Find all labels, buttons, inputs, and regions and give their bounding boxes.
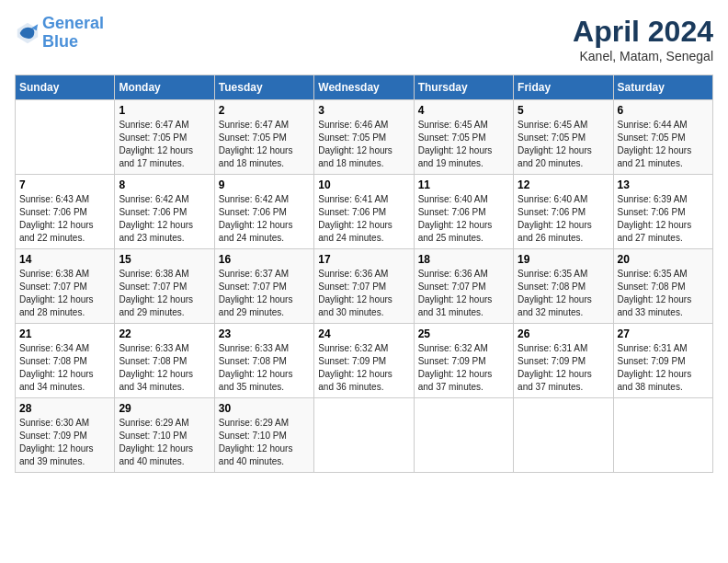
day-info: Sunrise: 6:45 AMSunset: 7:05 PMDaylight:… [418,119,509,170]
calendar-cell: 21Sunrise: 6:34 AMSunset: 7:08 PMDayligh… [16,324,115,398]
calendar-week-4: 21Sunrise: 6:34 AMSunset: 7:08 PMDayligh… [16,324,713,398]
day-info: Sunrise: 6:41 AMSunset: 7:06 PMDaylight:… [318,193,409,245]
calendar-cell: 4Sunrise: 6:45 AMSunset: 7:05 PMDaylight… [414,100,513,175]
col-header-monday: Monday [115,75,214,100]
calendar-cell: 24Sunrise: 6:32 AMSunset: 7:09 PMDayligh… [314,324,414,398]
title-block: April 2024 Kanel, Matam, Senegal [573,15,713,63]
day-info: Sunrise: 6:32 AMSunset: 7:09 PMDaylight:… [418,342,509,394]
calendar-cell: 14Sunrise: 6:38 AMSunset: 7:07 PMDayligh… [16,249,115,324]
day-number: 16 [219,253,310,266]
day-info: Sunrise: 6:32 AMSunset: 7:09 PMDaylight:… [318,342,409,394]
day-number: 15 [119,253,210,266]
day-number: 30 [219,402,310,415]
day-number: 1 [119,104,210,117]
day-info: Sunrise: 6:33 AMSunset: 7:08 PMDaylight:… [219,342,310,394]
day-info: Sunrise: 6:34 AMSunset: 7:08 PMDaylight:… [19,342,110,394]
calendar-cell: 18Sunrise: 6:36 AMSunset: 7:07 PMDayligh… [414,249,513,324]
day-info: Sunrise: 6:47 AMSunset: 7:05 PMDaylight:… [119,119,210,170]
day-number: 7 [19,178,110,191]
calendar-cell: 25Sunrise: 6:32 AMSunset: 7:09 PMDayligh… [414,324,513,398]
calendar-cell [613,398,712,473]
day-info: Sunrise: 6:42 AMSunset: 7:06 PMDaylight:… [119,193,210,245]
day-info: Sunrise: 6:46 AMSunset: 7:05 PMDaylight:… [318,119,409,170]
month-title: April 2024 [573,15,713,49]
col-header-sunday: Sunday [16,75,115,100]
day-info: Sunrise: 6:45 AMSunset: 7:05 PMDaylight:… [518,119,609,170]
day-info: Sunrise: 6:31 AMSunset: 7:09 PMDaylight:… [518,342,609,394]
day-number: 26 [518,327,609,340]
page-header: General Blue April 2024 Kanel, Matam, Se… [15,15,713,63]
calendar-cell: 26Sunrise: 6:31 AMSunset: 7:09 PMDayligh… [514,324,613,398]
day-number: 4 [418,104,509,117]
day-info: Sunrise: 6:42 AMSunset: 7:06 PMDaylight:… [219,193,310,245]
day-number: 10 [318,178,409,191]
day-number: 27 [618,327,709,340]
day-info: Sunrise: 6:30 AMSunset: 7:09 PMDaylight:… [19,417,110,468]
calendar-cell: 29Sunrise: 6:29 AMSunset: 7:10 PMDayligh… [115,398,214,473]
col-header-tuesday: Tuesday [214,75,313,100]
day-number: 9 [219,178,310,191]
calendar-cell: 6Sunrise: 6:44 AMSunset: 7:05 PMDaylight… [613,100,712,175]
day-number: 20 [618,253,709,266]
day-number: 3 [318,104,409,117]
logo: General Blue [15,15,104,52]
calendar-cell: 20Sunrise: 6:35 AMSunset: 7:08 PMDayligh… [613,249,712,324]
day-number: 18 [418,253,509,266]
calendar-cell: 16Sunrise: 6:37 AMSunset: 7:07 PMDayligh… [214,249,313,324]
calendar-cell: 28Sunrise: 6:30 AMSunset: 7:09 PMDayligh… [16,398,115,473]
calendar-cell: 12Sunrise: 6:40 AMSunset: 7:06 PMDayligh… [514,175,613,249]
calendar-cell: 19Sunrise: 6:35 AMSunset: 7:08 PMDayligh… [514,249,613,324]
calendar-cell: 9Sunrise: 6:42 AMSunset: 7:06 PMDaylight… [214,175,313,249]
calendar-cell: 11Sunrise: 6:40 AMSunset: 7:06 PMDayligh… [414,175,513,249]
calendar-cell: 10Sunrise: 6:41 AMSunset: 7:06 PMDayligh… [314,175,414,249]
day-number: 17 [318,253,409,266]
logo-blue: Blue [42,32,78,51]
calendar-table: SundayMondayTuesdayWednesdayThursdayFrid… [15,75,713,473]
day-info: Sunrise: 6:40 AMSunset: 7:06 PMDaylight:… [518,193,609,245]
day-info: Sunrise: 6:40 AMSunset: 7:06 PMDaylight:… [418,193,509,245]
location: Kanel, Matam, Senegal [573,49,713,63]
calendar-cell [514,398,613,473]
day-info: Sunrise: 6:35 AMSunset: 7:08 PMDaylight:… [618,268,709,319]
day-info: Sunrise: 6:36 AMSunset: 7:07 PMDaylight:… [318,268,409,319]
calendar-week-5: 28Sunrise: 6:30 AMSunset: 7:09 PMDayligh… [16,398,713,473]
day-number: 19 [518,253,609,266]
day-number: 6 [618,104,709,117]
day-info: Sunrise: 6:44 AMSunset: 7:05 PMDaylight:… [618,119,709,170]
day-info: Sunrise: 6:47 AMSunset: 7:05 PMDaylight:… [219,119,310,170]
day-info: Sunrise: 6:31 AMSunset: 7:09 PMDaylight:… [618,342,709,394]
day-info: Sunrise: 6:36 AMSunset: 7:07 PMDaylight:… [418,268,509,319]
logo-general: General [42,14,104,32]
day-number: 14 [19,253,110,266]
day-info: Sunrise: 6:29 AMSunset: 7:10 PMDaylight:… [219,417,310,468]
day-info: Sunrise: 6:39 AMSunset: 7:06 PMDaylight:… [618,193,709,245]
day-number: 24 [318,327,409,340]
day-number: 2 [219,104,310,117]
calendar-cell [16,100,115,175]
day-number: 29 [119,402,210,415]
day-info: Sunrise: 6:35 AMSunset: 7:08 PMDaylight:… [518,268,609,319]
day-number: 12 [518,178,609,191]
day-number: 25 [418,327,509,340]
day-number: 11 [418,178,509,191]
calendar-cell: 27Sunrise: 6:31 AMSunset: 7:09 PMDayligh… [613,324,712,398]
calendar-cell: 23Sunrise: 6:33 AMSunset: 7:08 PMDayligh… [214,324,313,398]
day-info: Sunrise: 6:29 AMSunset: 7:10 PMDaylight:… [119,417,210,468]
day-info: Sunrise: 6:38 AMSunset: 7:07 PMDaylight:… [19,268,110,319]
day-number: 28 [19,402,110,415]
calendar-week-1: 1Sunrise: 6:47 AMSunset: 7:05 PMDaylight… [16,100,713,175]
calendar-cell: 8Sunrise: 6:42 AMSunset: 7:06 PMDaylight… [115,175,214,249]
calendar-cell: 1Sunrise: 6:47 AMSunset: 7:05 PMDaylight… [115,100,214,175]
calendar-cell: 5Sunrise: 6:45 AMSunset: 7:05 PMDaylight… [514,100,613,175]
calendar-header-row: SundayMondayTuesdayWednesdayThursdayFrid… [16,75,713,100]
day-info: Sunrise: 6:38 AMSunset: 7:07 PMDaylight:… [119,268,210,319]
calendar-cell: 22Sunrise: 6:33 AMSunset: 7:08 PMDayligh… [115,324,214,398]
col-header-saturday: Saturday [613,75,712,100]
col-header-friday: Friday [514,75,613,100]
calendar-cell: 17Sunrise: 6:36 AMSunset: 7:07 PMDayligh… [314,249,414,324]
day-info: Sunrise: 6:37 AMSunset: 7:07 PMDaylight:… [219,268,310,319]
calendar-cell: 15Sunrise: 6:38 AMSunset: 7:07 PMDayligh… [115,249,214,324]
calendar-cell: 13Sunrise: 6:39 AMSunset: 7:06 PMDayligh… [613,175,712,249]
calendar-cell: 30Sunrise: 6:29 AMSunset: 7:10 PMDayligh… [214,398,313,473]
day-info: Sunrise: 6:43 AMSunset: 7:06 PMDaylight:… [19,193,110,245]
